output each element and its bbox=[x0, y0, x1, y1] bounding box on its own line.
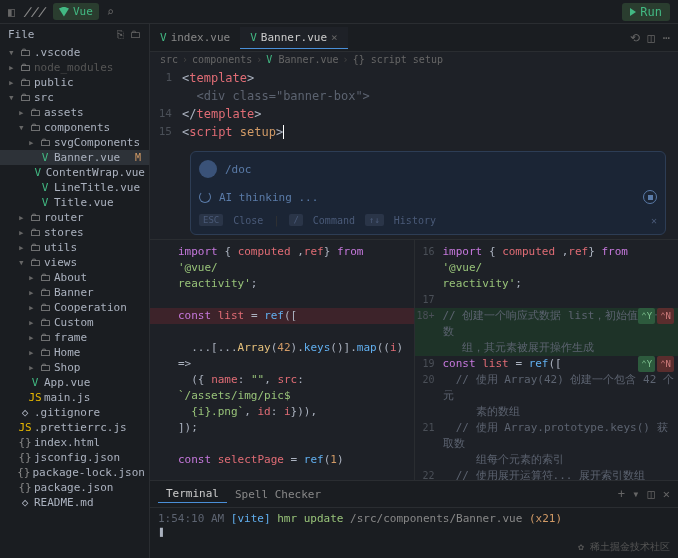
term-time: 1:54:10 AM bbox=[158, 512, 224, 525]
run-label: Run bbox=[640, 5, 662, 19]
editor-tabs: Vindex.vueVBanner.vue× ⟲ ◫ ⋯ bbox=[150, 24, 678, 52]
vue-icon bbox=[59, 7, 69, 17]
tree-item[interactable]: ▾🗀src bbox=[0, 90, 149, 105]
new-file-icon[interactable]: ⎘ bbox=[117, 28, 124, 41]
spinner-icon bbox=[199, 191, 211, 203]
panel-toggle-icon[interactable]: ◧ bbox=[8, 5, 15, 19]
search-icon[interactable]: ⌕ bbox=[107, 5, 114, 19]
diff-pane-modified[interactable]: 16import { computed ,ref} from '@vue/rea… bbox=[415, 240, 679, 480]
new-folder-icon[interactable]: 🗀 bbox=[130, 28, 141, 41]
breadcrumb-item[interactable]: src bbox=[160, 54, 178, 65]
breadcrumb: src›components›V Banner.vue›{} script se… bbox=[150, 52, 678, 67]
tree-item[interactable]: ▸🗀utils bbox=[0, 240, 149, 255]
watermark: ✿ 稀土掘金技术社区 bbox=[578, 540, 670, 554]
tree-item[interactable]: ▸🗀Banner bbox=[0, 285, 149, 300]
code-editor[interactable]: 1<template> <div class="banner-box">14</… bbox=[150, 67, 678, 147]
tree-item[interactable]: VTitle.vue bbox=[0, 195, 149, 210]
tree-item[interactable]: ▸🗀Home bbox=[0, 345, 149, 360]
tree-item[interactable]: {}jsconfig.json bbox=[0, 450, 149, 465]
tree-item[interactable]: ▾🗀views bbox=[0, 255, 149, 270]
add-terminal-icon[interactable]: + ▾ bbox=[618, 487, 640, 501]
ai-command: /doc bbox=[225, 163, 252, 176]
accept-badge[interactable]: ⌃Y bbox=[638, 308, 655, 324]
accept-badge[interactable]: ⌃Y bbox=[638, 356, 655, 372]
breadcrumb-item[interactable]: {} script setup bbox=[353, 54, 443, 65]
ai-assistant-popup: /doc AI thinking ... ESC Close | / Comma… bbox=[190, 151, 666, 235]
tree-item[interactable]: JS.prettierrc.js bbox=[0, 420, 149, 435]
more-icon[interactable]: ⋯ bbox=[663, 31, 670, 45]
tree-item[interactable]: {}package.json bbox=[0, 480, 149, 495]
tree-item[interactable]: ▸🗀About bbox=[0, 270, 149, 285]
term-path: /src/components/Banner.vue bbox=[350, 512, 522, 525]
term-count: (x21) bbox=[529, 512, 562, 525]
tree-item[interactable]: ▾🗀components bbox=[0, 120, 149, 135]
tree-item[interactable]: ◇README.md bbox=[0, 495, 149, 510]
hist-key: ↑↓ bbox=[365, 214, 384, 226]
tree-item[interactable]: JSmain.js bbox=[0, 390, 149, 405]
tree-item[interactable]: ▸🗀node_modules bbox=[0, 60, 149, 75]
reject-badge[interactable]: ⌃N bbox=[657, 356, 674, 372]
spellcheck-tab[interactable]: Spell Checker bbox=[227, 486, 329, 503]
tree-item[interactable]: {}package-lock.json bbox=[0, 465, 149, 480]
stop-button[interactable] bbox=[643, 190, 657, 204]
tree-item[interactable]: ▸🗀router bbox=[0, 210, 149, 225]
close-terminal-icon[interactable]: ✕ bbox=[663, 487, 670, 501]
framework-label: Vue bbox=[73, 5, 93, 18]
tree-item[interactable]: ▸🗀frame bbox=[0, 330, 149, 345]
close-icon[interactable]: × bbox=[331, 31, 338, 44]
tree-item[interactable]: ▸🗀svgComponents bbox=[0, 135, 149, 150]
close-icon[interactable]: ✕ bbox=[651, 215, 657, 226]
split-icon[interactable]: ◫ bbox=[648, 31, 655, 45]
editor-tab[interactable]: VBanner.vue× bbox=[240, 27, 347, 49]
file-tree: ▾🗀.vscode▸🗀node_modules▸🗀public▾🗀src▸🗀as… bbox=[0, 45, 149, 558]
framework-badge[interactable]: Vue bbox=[53, 3, 99, 20]
tree-item[interactable]: VBanner.vueM bbox=[0, 150, 149, 165]
tree-item[interactable]: VContentWrap.vue bbox=[0, 165, 149, 180]
term-vite: [vite] bbox=[231, 512, 271, 525]
cmd-key: / bbox=[289, 214, 302, 226]
logo-icon: /// bbox=[23, 5, 45, 19]
diff-icon[interactable]: ⟲ bbox=[630, 31, 640, 45]
tree-item[interactable]: ◇.gitignore bbox=[0, 405, 149, 420]
close-label: Close bbox=[233, 215, 263, 226]
ai-status: AI thinking ... bbox=[219, 191, 318, 204]
tree-item[interactable]: ▸🗀Custom bbox=[0, 315, 149, 330]
file-explorer: File ⎘ 🗀 ▾🗀.vscode▸🗀node_modules▸🗀public… bbox=[0, 24, 150, 558]
tree-item[interactable]: ▸🗀stores bbox=[0, 225, 149, 240]
editor-tab[interactable]: Vindex.vue bbox=[150, 27, 240, 49]
topbar: ◧ /// Vue ⌕ Run bbox=[0, 0, 678, 24]
cmd-label: Command bbox=[313, 215, 355, 226]
diff-pane-original[interactable]: import { computed ,ref} from '@vue/react… bbox=[150, 240, 415, 480]
term-hmr: hmr update bbox=[277, 512, 343, 525]
tree-item[interactable]: ▸🗀public bbox=[0, 75, 149, 90]
tree-item[interactable]: ▸🗀Shop bbox=[0, 360, 149, 375]
breadcrumb-item[interactable]: V Banner.vue bbox=[266, 54, 338, 65]
tree-item[interactable]: VApp.vue bbox=[0, 375, 149, 390]
split-terminal-icon[interactable]: ◫ bbox=[648, 487, 655, 501]
esc-key: ESC bbox=[199, 214, 223, 226]
term-prompt: ❚ bbox=[158, 525, 670, 538]
breadcrumb-item[interactable]: components bbox=[192, 54, 252, 65]
tree-item[interactable]: ▾🗀.vscode bbox=[0, 45, 149, 60]
tree-item[interactable]: ▸🗀Cooperation bbox=[0, 300, 149, 315]
terminal-tab[interactable]: Terminal bbox=[158, 485, 227, 503]
diff-view: import { computed ,ref} from '@vue/react… bbox=[150, 239, 678, 480]
ai-avatar-icon bbox=[199, 160, 217, 178]
history-label: History bbox=[394, 215, 436, 226]
reject-badge[interactable]: ⌃N bbox=[657, 308, 674, 324]
tree-item[interactable]: ▸🗀assets bbox=[0, 105, 149, 120]
run-button[interactable]: Run bbox=[622, 3, 670, 21]
tree-item[interactable]: VLineTitle.vue bbox=[0, 180, 149, 195]
tree-item[interactable]: {}index.html bbox=[0, 435, 149, 450]
play-icon bbox=[630, 8, 636, 16]
explorer-title: File bbox=[8, 28, 35, 41]
editor-area: Vindex.vueVBanner.vue× ⟲ ◫ ⋯ src›compone… bbox=[150, 24, 678, 558]
